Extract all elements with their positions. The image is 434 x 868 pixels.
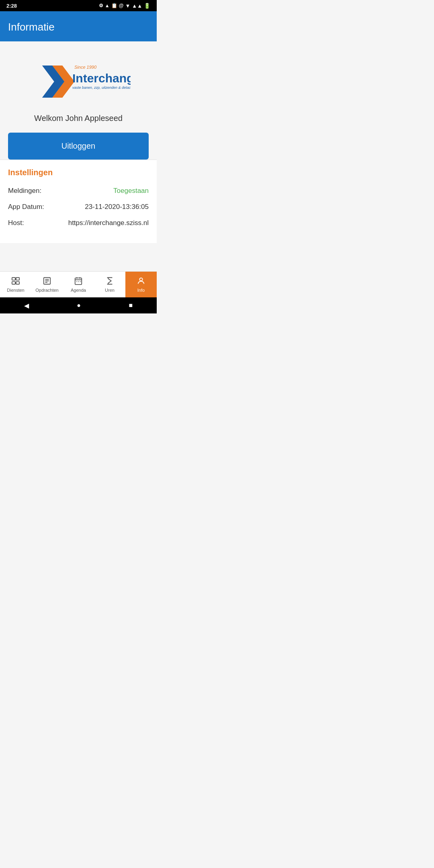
agenda-label: Agenda bbox=[71, 288, 86, 293]
status-time: 2:28 bbox=[6, 3, 17, 9]
since-text: Since 1990 bbox=[74, 65, 97, 70]
status-bar: 2:28 ⚙ ▲ 📋 @ ▼ ▲▲ 🔋 bbox=[0, 0, 157, 11]
settings-row-host: Host: https://interchange.sziss.nl bbox=[8, 219, 149, 227]
nav-item-agenda[interactable]: Agenda bbox=[63, 272, 94, 297]
brand-text: Interchange bbox=[72, 72, 131, 85]
nav-item-opdrachten[interactable]: Opdrachten bbox=[31, 272, 63, 297]
info-icon bbox=[137, 276, 145, 287]
host-label: Host: bbox=[8, 219, 24, 227]
settings-title: Instellingen bbox=[8, 168, 149, 177]
diensten-icon bbox=[11, 276, 20, 287]
signal-status-icon: ▲▲ bbox=[132, 3, 142, 9]
opdrachten-label: Opdrachten bbox=[35, 288, 58, 293]
android-back-button[interactable]: ◀ bbox=[21, 299, 32, 313]
tagline-text: vaste banen, zzp, uitzenden & detacheren… bbox=[72, 86, 131, 90]
nav-item-info[interactable]: Info bbox=[125, 272, 157, 297]
android-home-button[interactable]: ● bbox=[74, 299, 84, 312]
settings-row-meldingen: Meldingen: Toegestaan bbox=[8, 187, 149, 195]
host-value: https://interchange.sziss.nl bbox=[68, 219, 149, 227]
settings-row-datum: App Datum: 23-11-2020-13:36:05 bbox=[8, 203, 149, 211]
main-content: Since 1990 Interchange vaste banen, zzp,… bbox=[0, 41, 157, 271]
android-navigation-bar: ◀ ● ■ bbox=[0, 297, 157, 313]
vpn-status-icon: ▲ bbox=[105, 3, 110, 8]
datum-value: 23-11-2020-13:36:05 bbox=[85, 203, 149, 211]
opdrachten-icon bbox=[43, 276, 51, 287]
diensten-label: Diensten bbox=[7, 288, 24, 293]
nav-item-diensten[interactable]: Diensten bbox=[0, 272, 31, 297]
svg-rect-3 bbox=[16, 282, 19, 284]
wifi-status-icon: ▼ bbox=[125, 3, 130, 9]
uren-label: Uren bbox=[105, 288, 115, 293]
bottom-navigation: Diensten Opdrachten Agenda bbox=[0, 271, 157, 297]
logout-button[interactable]: Uitloggen bbox=[8, 133, 149, 160]
uren-icon bbox=[105, 276, 114, 287]
interchange-logo: Since 1990 Interchange vaste banen, zzp,… bbox=[26, 57, 131, 102]
svg-rect-2 bbox=[12, 282, 15, 284]
page-title: Informatie bbox=[8, 21, 149, 33]
status-icons: ⚙ ▲ 📋 @ ▼ ▲▲ 🔋 bbox=[99, 3, 150, 9]
android-recent-button[interactable]: ■ bbox=[126, 299, 136, 312]
agenda-icon bbox=[74, 276, 83, 287]
settings-section: Instellingen Meldingen: Toegestaan App D… bbox=[0, 160, 157, 243]
clipboard-status-icon: 📋 bbox=[111, 3, 117, 8]
info-label: Info bbox=[137, 288, 145, 293]
meldingen-label: Meldingen: bbox=[8, 187, 41, 195]
page-header: Informatie bbox=[0, 11, 157, 41]
svg-rect-0 bbox=[12, 278, 15, 280]
svg-point-15 bbox=[139, 278, 142, 281]
battery-status-icon: 🔋 bbox=[144, 3, 150, 9]
logo-container: Since 1990 Interchange vaste banen, zzp,… bbox=[26, 57, 131, 102]
nav-item-uren[interactable]: Uren bbox=[94, 272, 125, 297]
settings-status-icon: ⚙ bbox=[99, 3, 103, 8]
svg-rect-1 bbox=[16, 278, 19, 280]
at-status-icon: @ bbox=[119, 3, 124, 8]
datum-label: App Datum: bbox=[8, 203, 44, 211]
meldingen-value: Toegestaan bbox=[113, 187, 149, 195]
welcome-message: Welkom John Appleseed bbox=[34, 114, 123, 123]
